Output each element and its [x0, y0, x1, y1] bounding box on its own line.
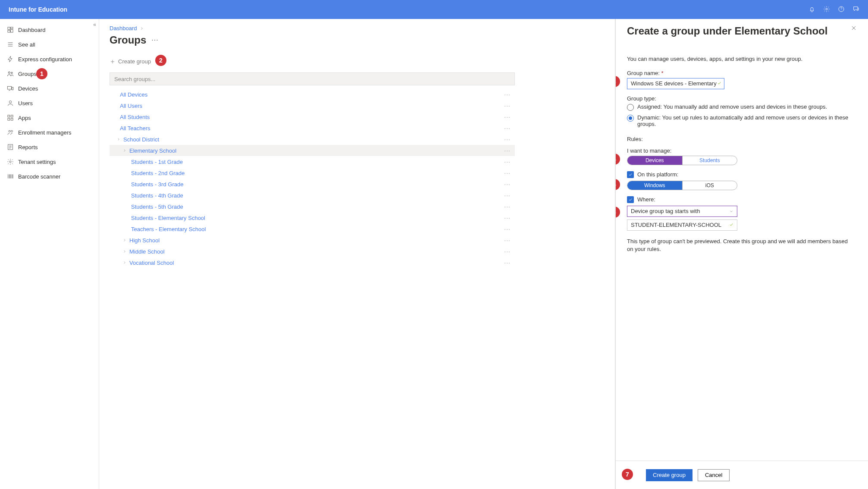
nav-label: Enrollment managers: [18, 129, 72, 136]
row-more-icon[interactable]: ···: [504, 169, 511, 176]
tree-row[interactable]: Vocational School···: [110, 257, 515, 268]
sidebar-item-barcode[interactable]: Barcode scanner: [0, 169, 99, 184]
svg-rect-3: [11, 27, 13, 28]
row-more-icon[interactable]: ···: [504, 203, 511, 210]
svg-rect-12: [11, 115, 13, 117]
tree-row[interactable]: Middle School···: [110, 246, 515, 257]
row-more-icon[interactable]: ···: [504, 125, 511, 132]
tree-row[interactable]: All Users···: [110, 100, 515, 111]
svg-point-7: [11, 72, 13, 73]
toggle-devices[interactable]: Devices: [627, 156, 683, 165]
tree-row[interactable]: All Teachers···: [110, 122, 515, 134]
chevron-down-icon: [729, 209, 733, 213]
tree-label: Students - 3rd Grade: [131, 181, 183, 188]
row-more-icon[interactable]: ···: [504, 136, 511, 143]
tree-row[interactable]: Students - 1st Grade···: [110, 156, 515, 167]
tree-row[interactable]: Students - 4th Grade···: [110, 190, 515, 201]
tree-label: Elementary School: [129, 147, 176, 154]
gear-icon[interactable]: [823, 6, 830, 14]
tree-row-elementary[interactable]: Elementary School ···: [110, 145, 515, 156]
tree-row[interactable]: Students - 2nd Grade···: [110, 167, 515, 179]
radio-assigned[interactable]: Assigned: You manually add and remove us…: [627, 103, 857, 111]
row-more-icon[interactable]: ···: [504, 113, 511, 120]
svg-rect-2: [8, 27, 10, 29]
sidebar-item-enrollment[interactable]: Enrollment managers: [0, 125, 99, 140]
row-more-icon[interactable]: ···: [504, 214, 511, 221]
sidebar-collapse[interactable]: «: [93, 22, 96, 28]
sidebar-item-dashboard[interactable]: Dashboard: [0, 22, 99, 37]
tree-row[interactable]: High School···: [110, 235, 515, 246]
search-input[interactable]: [114, 76, 510, 82]
row-more-icon[interactable]: ···: [504, 158, 511, 165]
where-checkbox[interactable]: [627, 196, 634, 203]
tree-row[interactable]: Students - Elementary School···: [110, 212, 515, 223]
cancel-button[interactable]: Cancel: [698, 469, 730, 481]
create-group-panel: Create a group under Elementary School Y…: [615, 19, 868, 489]
toggle-ios[interactable]: iOS: [683, 181, 737, 190]
tree-label: Vocational School: [129, 260, 174, 266]
tree-row[interactable]: Teachers - Elementary School···: [110, 223, 515, 235]
platform-toggle[interactable]: Windows iOS: [627, 181, 737, 190]
row-more-icon[interactable]: ···: [504, 102, 511, 109]
sidebar-item-tenant[interactable]: Tenant settings: [0, 154, 99, 169]
user-icon: [7, 100, 14, 107]
tree-row[interactable]: Students - 3rd Grade···: [110, 179, 515, 190]
sidebar-item-express[interactable]: Express configuration: [0, 52, 99, 66]
toggle-windows[interactable]: Windows: [627, 181, 683, 190]
feedback-icon[interactable]: [852, 6, 859, 14]
chevron-right-icon[interactable]: [122, 260, 127, 265]
sidebar-item-groups[interactable]: Groups 1: [0, 66, 99, 81]
page-more-icon[interactable]: ···: [151, 36, 158, 44]
tree-row-district[interactable]: School District ···: [110, 134, 515, 145]
nav-label: Apps: [18, 115, 31, 121]
tree-label: Students - 1st Grade: [131, 159, 183, 165]
row-more-icon[interactable]: ···: [504, 226, 511, 232]
create-group-button[interactable]: Create group: [110, 58, 151, 65]
chevron-right-icon[interactable]: [116, 137, 121, 141]
radio-dynamic[interactable]: Dynamic: You set up rules to automatical…: [627, 114, 857, 127]
bell-icon[interactable]: [808, 6, 815, 14]
callout-6: 6: [616, 207, 620, 218]
sidebar-item-reports[interactable]: Reports: [0, 140, 99, 154]
settings-icon: [7, 158, 14, 165]
row-more-icon[interactable]: ···: [504, 192, 511, 199]
row-more-icon[interactable]: ···: [504, 147, 511, 154]
where-value-input[interactable]: STUDENT-ELEMENTARY-SCHOOL: [627, 219, 737, 231]
nav-label: Groups: [18, 71, 37, 77]
breadcrumb-root[interactable]: Dashboard: [110, 25, 137, 31]
app-title: Intune for Education: [9, 6, 67, 13]
manage-toggle[interactable]: Devices Students: [627, 156, 737, 165]
nav-label: See all: [18, 41, 35, 48]
reports-icon: [7, 144, 14, 150]
radio-input[interactable]: [627, 104, 634, 111]
sidebar-item-users[interactable]: Users: [0, 96, 99, 110]
tree-label: Teachers - Elementary School: [131, 226, 206, 232]
row-more-icon[interactable]: ···: [504, 91, 511, 98]
close-icon[interactable]: [851, 25, 857, 31]
row-more-icon[interactable]: ···: [504, 237, 511, 244]
chevron-right-icon[interactable]: [122, 249, 127, 254]
tree-label: Students - Elementary School: [131, 215, 205, 221]
chevron-right-icon[interactable]: [122, 148, 127, 153]
sidebar-item-apps[interactable]: Apps: [0, 110, 99, 125]
tree-row[interactable]: Students - 5th Grade···: [110, 201, 515, 212]
apps-icon: [7, 114, 14, 121]
create-group-confirm-button[interactable]: Create group: [646, 469, 693, 481]
row-more-icon[interactable]: ···: [504, 259, 511, 266]
tree-row[interactable]: All Devices···: [110, 89, 515, 100]
sidebar-item-seeall[interactable]: See all: [0, 37, 99, 52]
toggle-students[interactable]: Students: [683, 156, 737, 165]
radio-input[interactable]: [627, 115, 634, 122]
tree-row[interactable]: All Students···: [110, 111, 515, 122]
help-icon[interactable]: [838, 6, 845, 14]
search-input-wrap[interactable]: [110, 72, 515, 85]
where-select[interactable]: Device group tag starts with: [627, 206, 737, 217]
topbar-icons: [808, 6, 859, 14]
row-more-icon[interactable]: ···: [504, 181, 511, 188]
row-more-icon[interactable]: ···: [504, 248, 511, 255]
callout-5: 5: [616, 179, 620, 190]
sidebar-item-devices[interactable]: Devices: [0, 81, 99, 96]
group-name-input[interactable]: Windows SE devices - Elementary: [627, 78, 724, 89]
chevron-right-icon[interactable]: [122, 238, 127, 242]
platform-checkbox[interactable]: [627, 171, 634, 178]
